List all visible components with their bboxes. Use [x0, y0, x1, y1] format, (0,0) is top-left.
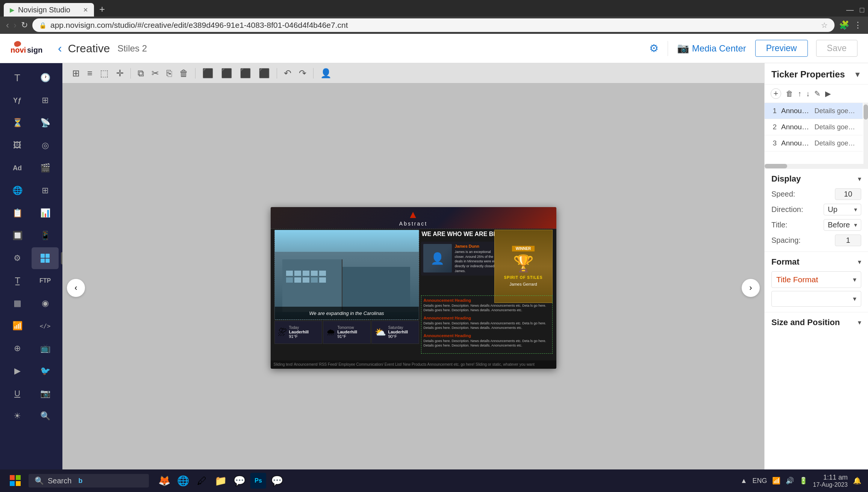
sidebar-item-chart[interactable]: 📊 [32, 202, 59, 224]
toolbar-crosshair-icon[interactable]: ✛ [114, 67, 126, 80]
browser-menu-icon[interactable]: ⋮ [854, 20, 862, 30]
sidebar-item-underline[interactable]: U [4, 383, 31, 404]
sidebar-item-text[interactable]: T [4, 67, 31, 89]
ticker-scrollbar-thumb-h[interactable] [765, 164, 787, 168]
toolbar-paste-icon[interactable]: ⎘ [164, 67, 174, 80]
taskbar-clock[interactable]: 1:11 am 17-Aug-2023 [813, 474, 848, 488]
taskbar-app-whatsapp[interactable]: 💬 [269, 473, 285, 489]
detail-format-dropdown[interactable]: ▾ [771, 291, 861, 307]
panel-chevron-icon[interactable]: ▼ [854, 70, 861, 79]
settings-icon[interactable]: ⚙ [649, 42, 659, 54]
sidebar-item-broadcast[interactable]: 📡 [32, 112, 59, 134]
sidebar-item-sun[interactable]: ☀ [4, 405, 31, 427]
sidebar-item-ftp[interactable]: FTP [32, 270, 59, 292]
sidebar-item-table[interactable]: Table [32, 247, 59, 269]
sidebar-item-composite[interactable]: ⊕ [4, 338, 31, 359]
add-item-icon[interactable]: + [771, 88, 781, 99]
preview-button[interactable]: Preview [755, 40, 808, 57]
sidebar-item-code[interactable]: </> [32, 315, 59, 337]
ticker-scrollbar-thumb[interactable] [863, 104, 868, 120]
save-button[interactable]: Save [816, 40, 857, 57]
ticker-row-1[interactable]: 1 Announce... Details goes here. Desc... [765, 103, 863, 119]
minimize-icon[interactable]: — [846, 6, 854, 14]
ticker-row-2[interactable]: 2 Announce... Details goes here. Desc... [765, 119, 863, 135]
new-tab-button[interactable]: + [95, 3, 109, 15]
sidebar-item-responsive[interactable]: 📱 [32, 225, 59, 247]
toolbar-front-icon[interactable]: ⬛ [200, 67, 216, 80]
ticker-scrollbar-h[interactable] [765, 164, 863, 168]
sidebar-item-image[interactable]: 🖼 [4, 135, 31, 156]
sidebar-item-qr[interactable]: ▦ [4, 292, 31, 314]
ticker-row-3[interactable]: 3 Announce... Details goes here. Desc... [765, 135, 863, 151]
sidebar-item-ad[interactable]: Ad [4, 157, 31, 179]
toolbar-unlock-icon[interactable]: ⬛ [256, 67, 272, 80]
sidebar-item-ticker[interactable]: Yƒ [4, 89, 31, 111]
address-bar[interactable]: 🔒 app.novisign.com/studio/#/creative/edi… [32, 18, 835, 32]
nav-refresh-icon[interactable]: ↻ [21, 20, 28, 30]
move-up-icon[interactable]: ↑ [798, 89, 801, 98]
nav-forward-icon[interactable]: › [14, 20, 17, 30]
toolbar-copy-icon[interactable]: ⧉ [135, 67, 146, 80]
nav-back-icon[interactable]: ‹ [6, 20, 9, 30]
play-item-icon[interactable]: ▶ [825, 89, 831, 98]
sidebar-item-shape[interactable]: ◎ [32, 135, 59, 156]
size-position-chevron-icon[interactable]: ▾ [858, 318, 861, 327]
star-icon[interactable]: ☆ [821, 21, 828, 30]
taskbar-app-paint[interactable]: 🖊 [194, 473, 210, 489]
title-select[interactable]: Before ▾ [824, 219, 861, 231]
move-down-icon[interactable]: ↓ [806, 89, 810, 98]
start-button[interactable] [7, 472, 24, 489]
taskbar-up-arrow-icon[interactable]: ▲ [741, 477, 747, 485]
sidebar-item-apps2[interactable]: ⚙ [4, 247, 31, 269]
toolbar-crop-icon[interactable]: ⬚ [98, 67, 111, 80]
toolbar-back-icon[interactable]: ⬛ [219, 67, 235, 80]
toolbar-cut-icon[interactable]: ✂ [149, 67, 161, 80]
sidebar-item-hourglass[interactable]: ⏳ [4, 112, 31, 134]
toolbar-align-icon[interactable]: ≡ [85, 67, 95, 80]
speed-value-field[interactable]: 10 [835, 188, 861, 200]
title-format-dropdown[interactable]: Title Format ▾ [771, 271, 861, 288]
taskbar-app-skype[interactable]: 💬 [232, 473, 247, 489]
browser-tab-active[interactable]: ▶ Novisign Studio ✕ [4, 3, 94, 17]
format-chevron-icon[interactable]: ▾ [858, 258, 861, 266]
sidebar-item-youtube[interactable]: ▶ [4, 360, 31, 382]
sidebar-item-layout[interactable]: 📋 [4, 202, 31, 224]
sidebar-item-search[interactable]: 🔍 [32, 405, 59, 427]
toolbar-grid-icon[interactable]: ⊞ [70, 67, 82, 80]
sidebar-item-wifi[interactable]: 📶 [4, 315, 31, 337]
taskbar-app-edge[interactable]: 🦊 [156, 473, 172, 489]
delete-item-icon[interactable]: 🗑 [786, 89, 793, 98]
back-button[interactable]: ‹ [58, 41, 62, 55]
taskbar-search[interactable]: 🔍 Search b [29, 474, 149, 487]
toolbar-undo-icon[interactable]: ↶ [282, 67, 294, 80]
toolbar-user-icon[interactable]: 👤 [318, 67, 334, 80]
canvas-nav-left[interactable]: ‹ [67, 279, 85, 297]
extensions-icon[interactable]: 🧩 [839, 20, 849, 30]
taskbar-app-ps[interactable]: Ps [250, 473, 266, 489]
sidebar-item-tv[interactable]: 📺 [32, 338, 59, 359]
maximize-icon[interactable]: □ [860, 6, 864, 14]
media-center-button[interactable]: 📷 Media Center [677, 42, 746, 54]
tab-close-icon[interactable]: ✕ [83, 6, 88, 14]
sidebar-item-resize[interactable]: ⊞ [32, 89, 59, 111]
sidebar-item-text2[interactable]: T̲ [4, 270, 31, 292]
sidebar-item-instagram[interactable]: 📷 [32, 383, 59, 404]
sidebar-item-video[interactable]: 🎬 [32, 157, 59, 179]
sidebar-item-twitter[interactable]: 🐦 [32, 360, 59, 382]
direction-select[interactable]: Up ▾ [824, 204, 861, 215]
sidebar-item-grid[interactable]: ⊞ [32, 180, 59, 201]
toolbar-redo-icon[interactable]: ↷ [297, 67, 309, 80]
display-chevron-icon[interactable]: ▾ [858, 175, 861, 183]
canvas-nav-right[interactable]: › [742, 279, 760, 297]
taskbar-app-chrome[interactable]: 🌐 [175, 473, 191, 489]
edit-item-icon[interactable]: ✎ [814, 89, 821, 98]
toolbar-delete-icon[interactable]: 🗑 [177, 67, 191, 80]
sidebar-item-apps[interactable]: 🔲 [4, 225, 31, 247]
taskbar-app-folder[interactable]: 📁 [213, 473, 229, 489]
spacing-value-field[interactable]: 1 [835, 235, 861, 246]
sidebar-item-clock[interactable]: 🕐 [32, 67, 59, 89]
taskbar-notification-icon[interactable]: 🔔 [853, 477, 861, 485]
toolbar-lock-icon[interactable]: ⬛ [238, 67, 253, 80]
ticker-scrollbar-v[interactable] [863, 103, 868, 168]
sidebar-item-globe[interactable]: 🌐 [4, 180, 31, 201]
